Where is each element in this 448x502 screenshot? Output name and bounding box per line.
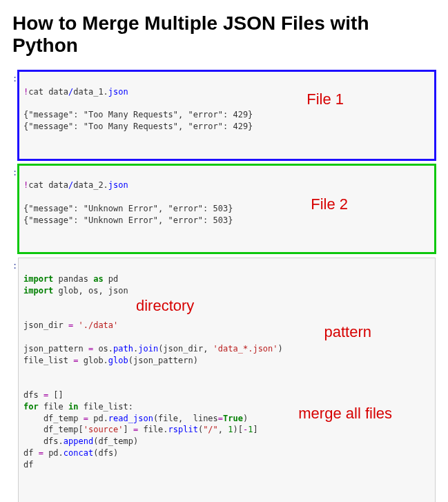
tok: file_list: [79,402,133,412]
tok: True [223,414,243,423]
annotation-pattern: pattern [324,322,372,343]
tok: cat data [28,180,68,190]
code-file2: !cat data/data_2.json {"message": "Unkno… [18,164,436,254]
tok: . [59,448,64,458]
tok: , [218,425,228,434]
tok: = [84,414,88,423]
tok: = [218,414,223,423]
tok: cat data [28,87,68,97]
tok: glob [78,356,103,365]
annotation-file2: File 2 [311,194,348,215]
tok: dfs [23,390,43,400]
code-main: import pandas as pd import glob, os, jso… [18,258,436,502]
tok: ) [243,414,248,423]
tok: file_list [23,356,73,365]
tok: (df_temp) [93,436,138,446]
tok: import [23,286,53,296]
tok: file [39,402,68,412]
tok: ] [253,425,257,434]
tok: join [138,344,158,354]
tok: . [104,356,108,365]
tok: rsplit [168,425,198,434]
tok: . [163,425,168,434]
code-cell-file1: : !cat data/data_1.json {"message": "Too… [12,70,436,160]
tok: pandas [53,274,93,284]
tok: json [108,87,128,97]
tok: (dfs) [93,448,118,458]
tok: in [68,402,78,412]
tok: import [23,274,53,284]
prompt-main: : [12,258,18,502]
tok: './data' [73,320,118,330]
tok: data_2. [73,180,108,190]
tok: (json_pattern) [128,356,198,365]
tok: as [93,274,103,284]
tok: ) [278,344,283,354]
tok: {"message": "Too Many Requests", "error"… [23,122,253,131]
tok: {"message": "Too Many Requests", "error"… [23,110,253,119]
tok: {"message": "Unknown Error", "error": 50… [23,215,233,225]
tok: . [104,414,108,423]
tok: (file, lines [153,414,218,423]
tok: glob [108,356,128,365]
tok: dfs [23,436,59,446]
tok: "/" [203,425,218,434]
annotation-directory: directory [136,296,194,317]
code-cell-file2: : !cat data/data_2.json {"message": "Unk… [12,164,436,254]
annotation-file1: File 1 [306,89,344,110]
prompt-file1: : [12,70,18,160]
annotation-merge: merge all files [298,403,392,425]
tok: (json_dir, [158,344,213,354]
tok: glob, os, json [53,286,128,296]
tok: for [23,402,39,412]
code-file1: !cat data/data_1.json {"message": "Too M… [18,70,436,160]
tok: df [23,460,33,470]
tok: pd [43,448,59,458]
tok: 'source' [84,425,124,434]
tok: 1 [228,425,233,434]
tok: data_1. [73,87,108,97]
tok: df [23,448,39,458]
tok: . [108,344,113,354]
tok: path [113,344,133,354]
tok: pd [104,274,119,284]
tok: json_pattern [23,344,88,354]
tok: concat [64,448,93,458]
tok: json_dir [23,320,68,330]
tok: = [39,448,43,458]
tok: json [108,180,128,190]
tok: append [64,436,93,446]
tok: {"message": "Unknown Error", "error": 50… [23,204,233,213]
tok: df_temp [23,414,84,423]
code-cell-main: : import pandas as pd import glob, os, j… [12,258,436,502]
prompt-file2: : [12,164,18,254]
tok: file [138,425,163,434]
tok: df_temp[ [23,425,84,434]
tok: os [93,344,108,354]
tok: )[ [233,425,243,434]
tok: pd [88,414,104,423]
tok: 'data_*.json' [213,344,278,354]
tok: [] [48,390,64,400]
page-title: How to Merge Multiple JSON Files with Py… [12,12,436,57]
tok: read_json [108,414,153,423]
tok: . [59,436,64,446]
tok: ] [124,425,133,434]
